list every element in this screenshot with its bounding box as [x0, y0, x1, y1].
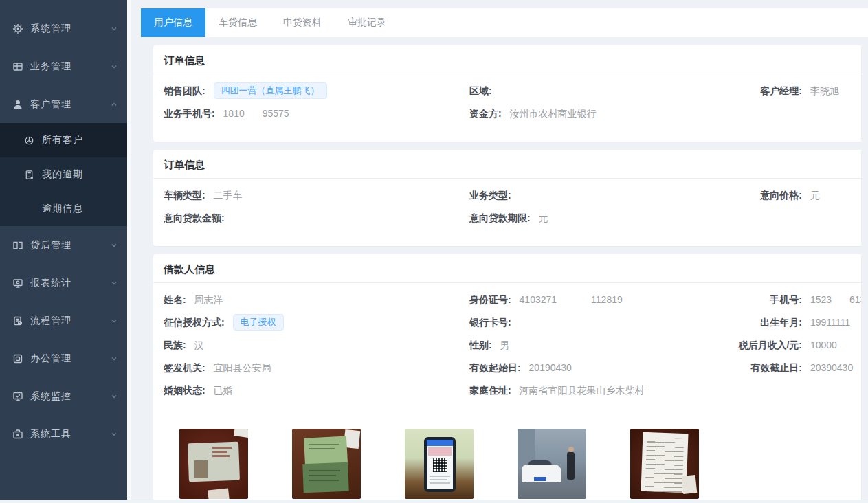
sales-team-tag[interactable]: 四团一营（直属王鹏飞）: [214, 82, 327, 99]
field-bank-card-number: 银行卡号:: [469, 311, 736, 334]
field-label: 有效截止日:: [736, 357, 802, 379]
field-value: 宜阳县公安局: [214, 362, 271, 373]
sidebar-item-system-monitor[interactable]: 系统监控: [0, 377, 127, 415]
phone-qr-photo[interactable]: [405, 429, 474, 499]
driving-license-photo[interactable]: [292, 429, 361, 499]
grid-icon: [12, 61, 23, 72]
field-value-redacted: 4103271112819: [520, 294, 623, 305]
sidebar-item-all-customers[interactable]: 所有客户: [0, 123, 127, 157]
toolbox-icon: [12, 429, 23, 440]
photo-item: 人车合影: [518, 429, 586, 500]
field-label: 征信授权方式:: [164, 317, 225, 328]
tab-car-loan-info[interactable]: 车贷信息: [205, 8, 270, 37]
sidebar-item-process-management[interactable]: 流程管理: [0, 302, 127, 339]
borrower-photos: 身份证 驾驶证副页: [153, 418, 861, 500]
field-label: 家庭住址:: [469, 385, 511, 396]
sidebar-item-label: 我的逾期: [42, 168, 118, 181]
chevron-down-icon: [111, 278, 118, 289]
field-label: 车辆类型:: [164, 190, 205, 201]
sidebar-item-report-statistics[interactable]: 报表统计: [0, 264, 127, 302]
document-photo[interactable]: [630, 429, 699, 499]
field-label: 区域:: [469, 85, 492, 96]
field-value: 男: [500, 339, 510, 350]
photo-item: 驾驶证副页: [292, 429, 361, 500]
field-label: 有效起始日:: [469, 362, 521, 373]
field-value: 周志洋: [194, 294, 223, 305]
field-intended-loan-amount: 意向贷款金额:: [164, 207, 469, 230]
field-label: 客户经理:: [736, 80, 802, 102]
sidebar-item-label: 贷后管理: [30, 239, 111, 252]
field-label: 手机号:: [736, 289, 802, 311]
field-marital-status: 婚姻状态: 已婚: [164, 379, 469, 402]
field-fund-provider: 资金方: 汝州市农村商业银行: [469, 102, 736, 125]
field-value-redacted: 181095575: [223, 108, 289, 119]
person-car-photo[interactable]: [518, 429, 586, 499]
field-value-redacted: 15236137: [810, 294, 861, 305]
field-value: 19911111: [810, 317, 850, 328]
field-sales-team: 销售团队: 四团一营（直属王鹏飞）: [164, 80, 469, 102]
field-value: 汉: [194, 339, 204, 350]
sidebar-item-overdue-info[interactable]: 逾期信息: [0, 192, 127, 226]
sidebar-item-system-tools[interactable]: 系统工具: [0, 415, 127, 453]
workflow-icon: [12, 315, 23, 326]
app-window: 系统管理 业务管理 客户管理 所有客户: [0, 0, 868, 503]
redaction-patch: [245, 109, 263, 118]
field-gender: 性别: 男: [469, 334, 736, 357]
field-id-number: 身份证号: 4103271112819: [469, 289, 736, 311]
card-title: 订单信息: [153, 45, 861, 74]
field-value: 元: [810, 190, 820, 201]
sidebar-item-label: 流程管理: [30, 315, 111, 327]
sidebar-item-label: 业务管理: [30, 60, 111, 73]
id-card-photo[interactable]: [179, 429, 248, 499]
card-body: 车辆类型: 二手车 业务类型: 意向价格: 元 意向贷款金额: 意向贷款期限:: [153, 179, 861, 246]
field-value: 汝州市农村商业银行: [510, 108, 597, 119]
sidebar-item-my-overdue[interactable]: 我的逾期: [0, 157, 127, 192]
field-value: 20390430: [810, 362, 853, 373]
field-label: 资金方:: [469, 108, 502, 119]
chevron-down-icon: [111, 240, 118, 251]
sidebar-item-customer-management[interactable]: 客户管理: [0, 85, 127, 123]
chevron-down-icon: [111, 429, 118, 440]
sidebar-item-system-management[interactable]: 系统管理: [0, 10, 127, 47]
horizontal-scrollbar-track[interactable]: [0, 500, 868, 503]
field-issuing-authority: 签发机关: 宜阳县公安局: [164, 357, 469, 379]
sidebar-item-label: 报表统计: [30, 277, 111, 289]
field-birth-date: 出生年月: 19911111: [736, 311, 861, 334]
field-label: 民族:: [164, 339, 186, 350]
credit-auth-tag[interactable]: 电子授权: [233, 314, 284, 331]
field-monthly-income: 税后月收入/元: 10000: [736, 334, 861, 357]
photo-item: 身份证: [179, 429, 248, 500]
redaction-patch: [832, 295, 849, 304]
tab-loan-application-docs[interactable]: 申贷资料: [270, 8, 335, 37]
photo-item: 绿码信息: [405, 429, 474, 500]
field-value: 10000: [810, 339, 837, 350]
sidebar-item-office-management[interactable]: 办公管理: [0, 339, 127, 377]
field-label: 业务类型:: [469, 190, 511, 201]
sidebar-item-label: 系统管理: [30, 23, 111, 35]
chevron-up-icon: [111, 99, 118, 110]
field-home-address: 家庭住址: 河南省宜阳县花果山乡木柴村: [469, 379, 736, 402]
field-label: 出生年月:: [736, 311, 802, 334]
monitor-icon: [12, 278, 23, 289]
monitor-check-icon: [12, 391, 23, 402]
sidebar-item-postloan-management[interactable]: 贷后管理: [0, 226, 127, 264]
sidebar-item-label: 客户管理: [30, 98, 111, 111]
field-value: 李晓旭: [810, 85, 839, 96]
office-box-icon: [12, 353, 23, 364]
sidebar-item-label: 所有客户: [42, 134, 118, 146]
sidebar-item-business-management[interactable]: 业务管理: [0, 47, 127, 85]
field-credit-auth-method: 征信授权方式: 电子授权: [164, 311, 469, 334]
field-value: 已婚: [214, 385, 233, 396]
tab-approval-records[interactable]: 审批记录: [335, 8, 399, 37]
order-info-card: 订单信息 销售团队: 四团一营（直属王鹏飞） 区域: 客户经理: 李晓旭 业务手…: [153, 45, 861, 142]
chevron-down-icon: [111, 353, 118, 364]
field-intended-loan-term: 意向贷款期限: 元: [469, 207, 736, 230]
field-value: 20190430: [529, 362, 572, 373]
user-icon: [12, 99, 23, 110]
sidebar-item-label: 逾期信息: [42, 203, 118, 215]
field-business-type: 业务类型:: [469, 184, 736, 207]
tab-user-info[interactable]: 用户信息: [141, 8, 205, 37]
field-value: 二手车: [214, 190, 243, 201]
card-body: 销售团队: 四团一营（直属王鹏飞） 区域: 客户经理: 李晓旭 业务手机号: 1…: [153, 74, 861, 142]
field-ethnicity: 民族: 汉: [164, 334, 469, 357]
